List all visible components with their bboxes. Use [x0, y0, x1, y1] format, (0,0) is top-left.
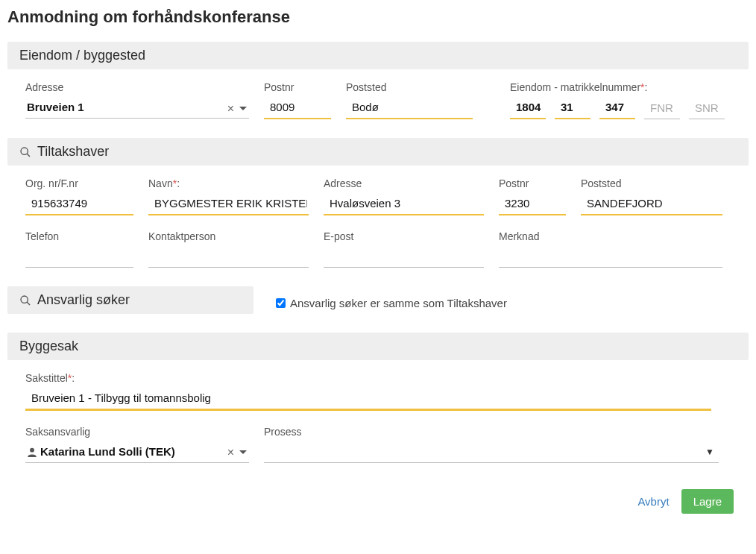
field-prosess: Prosess ▼ — [264, 426, 719, 463]
same-checkbox-input[interactable] — [276, 298, 286, 308]
th-adresse-label: Adresse — [324, 177, 484, 189]
epost-label: E-post — [324, 230, 484, 242]
field-telefon: Telefon — [25, 230, 133, 268]
kontaktperson-input[interactable] — [148, 247, 309, 268]
telefon-label: Telefon — [25, 230, 133, 242]
matrikkel-knr-input[interactable] — [510, 98, 546, 119]
prosess-label: Prosess — [264, 426, 719, 438]
merknad-input[interactable] — [499, 247, 722, 268]
th-adresse-input[interactable] — [324, 194, 484, 215]
matrikkel-gnr-input[interactable] — [555, 98, 590, 119]
poststed-input[interactable] — [346, 98, 473, 119]
sakstittel-input[interactable] — [25, 388, 711, 411]
save-button[interactable]: Lagre — [681, 489, 734, 514]
field-navn: Navn*: — [148, 177, 309, 215]
th-postnr-input[interactable] — [499, 194, 566, 215]
merknad-label: Merknad — [499, 230, 722, 242]
field-postnr: Postnr — [264, 81, 331, 119]
field-merknad: Merknad — [499, 230, 722, 268]
same-checkbox-label: Ansvarlig søker er samme som Tiltakshave… — [290, 297, 507, 309]
prosess-input[interactable] — [264, 442, 719, 463]
matrikkel-fnr-input[interactable] — [644, 98, 680, 119]
chevron-down-icon[interactable] — [239, 450, 248, 456]
telefon-input[interactable] — [25, 247, 133, 268]
saksansvarlig-value[interactable]: Katarina Lund Solli (TEK) — [40, 445, 175, 458]
section-eiendom: Eiendom / byggested Adresse × Postnr Pos… — [7, 42, 749, 119]
field-matrikkel: Eiendom - matrikkelnummer*: — [510, 81, 725, 119]
th-poststed-input[interactable] — [581, 194, 722, 215]
search-icon — [19, 295, 31, 306]
field-epost: E-post — [324, 230, 484, 268]
adresse-input[interactable] — [25, 98, 249, 119]
navn-input[interactable] — [148, 194, 309, 215]
postnr-input[interactable] — [264, 98, 331, 119]
orgnr-input[interactable] — [25, 194, 133, 215]
postnr-label: Postnr — [264, 81, 331, 93]
field-poststed: Poststed — [346, 81, 473, 119]
cancel-button[interactable]: Avbryt — [637, 495, 669, 508]
field-sakstittel: Sakstittel*: — [25, 372, 711, 411]
section-header-byggesak: Byggesak — [7, 333, 749, 360]
th-postnr-label: Postnr — [499, 177, 566, 189]
svg-point-0 — [21, 148, 28, 154]
svg-point-4 — [30, 447, 34, 452]
section-ansvarlig: Ansvarlig søker Ansvarlig søker er samme… — [7, 286, 749, 314]
page-title: Anmodning om forhåndskonferanse — [7, 7, 749, 27]
field-saksansvarlig: Saksansvarlig Katarina Lund Solli (TEK) … — [25, 426, 249, 463]
navn-label: Navn*: — [148, 177, 309, 189]
matrikkel-label: Eiendom - matrikkelnummer*: — [510, 81, 725, 93]
footer: Avbryt Lagre — [7, 482, 749, 521]
section-tiltakshaver: Tiltakshaver Org. nr/F.nr Navn*: Adresse… — [7, 138, 749, 268]
th-poststed-label: Poststed — [581, 177, 722, 189]
section-header-tiltakshaver: Tiltakshaver — [7, 138, 749, 166]
kontaktperson-label: Kontaktperson — [148, 230, 309, 242]
section-header-ansvarlig: Ansvarlig søker — [7, 286, 253, 314]
svg-line-3 — [27, 302, 30, 305]
clear-icon[interactable]: × — [227, 103, 234, 115]
chevron-down-icon[interactable] — [239, 106, 248, 112]
section-byggesak: Byggesak Sakstittel*: Saksansvarlig Kata… — [7, 333, 749, 463]
epost-input[interactable] — [324, 247, 484, 268]
same-as-tiltakshaver-checkbox[interactable]: Ansvarlig søker er samme som Tiltakshave… — [276, 297, 507, 309]
saksansvarlig-label: Saksansvarlig — [25, 426, 249, 438]
svg-point-2 — [21, 296, 28, 303]
person-icon — [27, 447, 37, 457]
search-icon — [19, 146, 31, 158]
field-orgnr: Org. nr/F.nr — [25, 177, 133, 215]
field-th-postnr: Postnr — [499, 177, 566, 215]
clear-icon[interactable]: × — [227, 447, 234, 459]
field-th-poststed: Poststed — [581, 177, 722, 215]
orgnr-label: Org. nr/F.nr — [25, 177, 133, 189]
field-th-adresse: Adresse — [324, 177, 484, 215]
sakstittel-label: Sakstittel*: — [25, 372, 711, 384]
matrikkel-snr-input[interactable] — [689, 98, 725, 119]
field-kontaktperson: Kontaktperson — [148, 230, 309, 268]
matrikkel-bnr-input[interactable] — [599, 98, 635, 119]
field-adresse: Adresse × — [25, 81, 249, 119]
adresse-label: Adresse — [25, 81, 249, 93]
svg-line-1 — [27, 154, 30, 157]
poststed-label: Poststed — [346, 81, 473, 93]
section-header-eiendom: Eiendom / byggested — [7, 42, 749, 69]
